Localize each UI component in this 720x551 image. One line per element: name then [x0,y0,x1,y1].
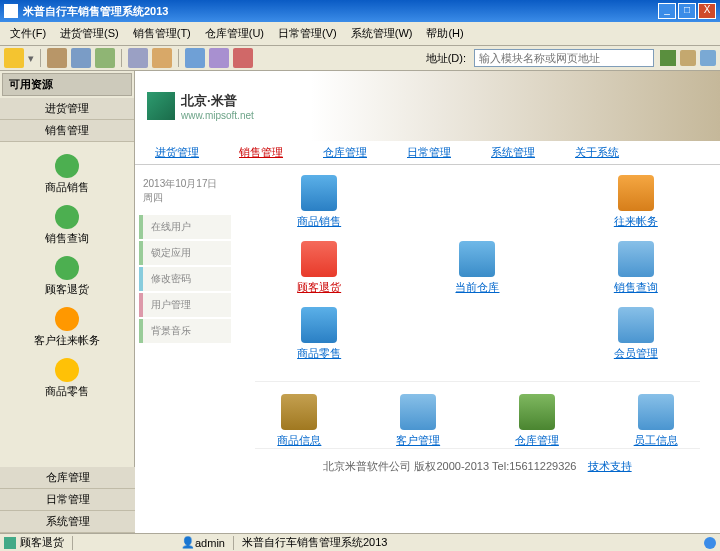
go-button[interactable] [660,50,676,66]
cell-product-info[interactable]: 商品信息 [255,394,344,448]
cell-sales-query[interactable]: 销售查询 [572,241,700,295]
menu-sales[interactable]: 销售管理(T) [127,24,197,43]
sidebar-section-system[interactable]: 系统管理 [0,511,135,533]
date-display: 2013年10月17日 周四 [139,171,231,215]
sidebar-item-product-sales[interactable]: 商品销售 [0,148,134,199]
icon-label: 往来帐务 [614,215,658,227]
sidebar-item-customer-return[interactable]: 顾客退货 [0,250,134,301]
sidebar-item-sales-query[interactable]: 销售查询 [0,199,134,250]
cell-current-warehouse[interactable]: 当前仓库 [413,241,541,295]
sidebar-item-label: 顾客退货 [45,283,89,295]
banner: 北京·米普 www.mipsoft.net [135,71,720,141]
sm-online-users[interactable]: 在线用户 [139,215,231,239]
cell-account[interactable]: 往来帐务 [572,175,700,229]
support-link[interactable]: 技术支持 [588,460,632,472]
logo-text: 北京·米普 www.mipsoft.net [181,92,254,121]
icon-label: 员工信息 [634,434,678,446]
cart-icon[interactable] [71,48,91,68]
icon-label: 商品销售 [297,215,341,227]
stop-icon[interactable] [233,48,253,68]
sidebar-section-purchase[interactable]: 进货管理 [0,98,134,120]
refresh-icon[interactable] [209,48,229,68]
sidebar-item-label: 商品零售 [45,385,89,397]
side-menu: 2013年10月17日 周四 在线用户 锁定应用 修改密码 用户管理 背景音乐 [135,165,235,494]
content-pane: 北京·米普 www.mipsoft.net 进货管理 销售管理 仓库管理 日常管… [135,71,720,546]
address-label: 地址(D): [422,51,470,66]
sidebar-section-daily[interactable]: 日常管理 [0,489,135,511]
fav-icon[interactable] [680,50,696,66]
save-icon[interactable] [152,48,172,68]
nav-system[interactable]: 系统管理 [491,145,535,160]
icon-label: 会员管理 [614,347,658,359]
cell-product-sales[interactable]: 商品销售 [255,175,383,229]
retail-icon [55,358,79,382]
icon-grid-area: 商品销售 往来帐务 顾客退货 当前仓库 销售查询 商品零售 会员管理 商品信息 … [235,165,720,494]
address-input[interactable] [474,49,654,67]
sidebar: 可用资源 进货管理 销售管理 商品销售 销售查询 顾客退货 客户往来帐务 商品 [0,71,135,546]
nav-warehouse[interactable]: 仓库管理 [323,145,367,160]
sidebar-section-warehouse[interactable]: 仓库管理 [0,467,135,489]
menu-warehouse[interactable]: 仓库管理(U) [199,24,270,43]
status-left: 顾客退货 [20,535,64,550]
book-icon [618,175,654,211]
cell-staff-info[interactable]: 员工信息 [611,394,700,448]
menu-file[interactable]: 文件(F) [4,24,52,43]
box-info-icon [281,394,317,430]
account-icon [55,307,79,331]
doc-icon [301,307,337,343]
status-user: admin [195,537,225,549]
separator [40,49,41,67]
globe-icon [704,537,716,549]
brand-name: 北京·米普 [181,92,254,110]
icon-label: 客户管理 [396,434,440,446]
sm-change-password[interactable]: 修改密码 [139,267,231,291]
nav-about[interactable]: 关于系统 [575,145,619,160]
sidebar-item-label: 商品销售 [45,181,89,193]
folder-icon[interactable] [4,48,24,68]
company-text: 北京米普软件公司 版权2000-2013 Tel:15611229326 [323,460,576,472]
maximize-button[interactable]: □ [678,3,696,19]
separator [72,536,73,550]
sm-bg-music[interactable]: 背景音乐 [139,319,231,343]
close-button[interactable]: X [698,3,716,19]
status-app: 米普自行车销售管理系统2013 [242,535,387,550]
cell-warehouse-manage[interactable]: 仓库管理 [493,394,582,448]
minimize-button[interactable]: _ [658,3,676,19]
copy-icon[interactable] [185,48,205,68]
warehouse-icon [519,394,555,430]
separator [121,49,122,67]
icon-label: 销售查询 [614,281,658,293]
sidebar-item-customer-account[interactable]: 客户往来帐务 [0,301,134,352]
nav-purchase[interactable]: 进货管理 [155,145,199,160]
sidebar-item-retail[interactable]: 商品零售 [0,352,134,403]
box-icon[interactable] [47,48,67,68]
user-icon [400,394,436,430]
sidebar-title: 可用资源 [2,73,132,96]
sidebar-bottom: 仓库管理 日常管理 系统管理 [0,467,135,533]
home-icon[interactable] [95,48,115,68]
nav-sales[interactable]: 销售管理 [239,145,283,160]
menu-purchase[interactable]: 进货管理(S) [54,24,125,43]
icon-label: 商品信息 [277,434,321,446]
icon-grid-bottom: 商品信息 客户管理 仓库管理 员工信息 [255,381,700,448]
menu-daily[interactable]: 日常管理(V) [272,24,343,43]
sm-user-manage[interactable]: 用户管理 [139,293,231,317]
dropdown-icon[interactable]: ▾ [28,52,34,65]
app-icon [4,4,18,18]
return-icon [55,256,79,280]
print-icon[interactable] [128,48,148,68]
separator [233,536,234,550]
logo-mark-icon [147,92,175,120]
sm-lock-app[interactable]: 锁定应用 [139,241,231,265]
web-icon[interactable] [700,50,716,66]
menu-help[interactable]: 帮助(H) [420,24,469,43]
menu-system[interactable]: 系统管理(W) [345,24,419,43]
sidebar-section-sales[interactable]: 销售管理 [0,120,134,142]
cell-member[interactable]: 会员管理 [572,307,700,361]
icon-label: 当前仓库 [455,281,499,293]
status-icon [4,537,16,549]
nav-daily[interactable]: 日常管理 [407,145,451,160]
cell-customer-manage[interactable]: 客户管理 [374,394,463,448]
cell-customer-return[interactable]: 顾客退货 [255,241,383,295]
cell-retail[interactable]: 商品零售 [255,307,383,361]
